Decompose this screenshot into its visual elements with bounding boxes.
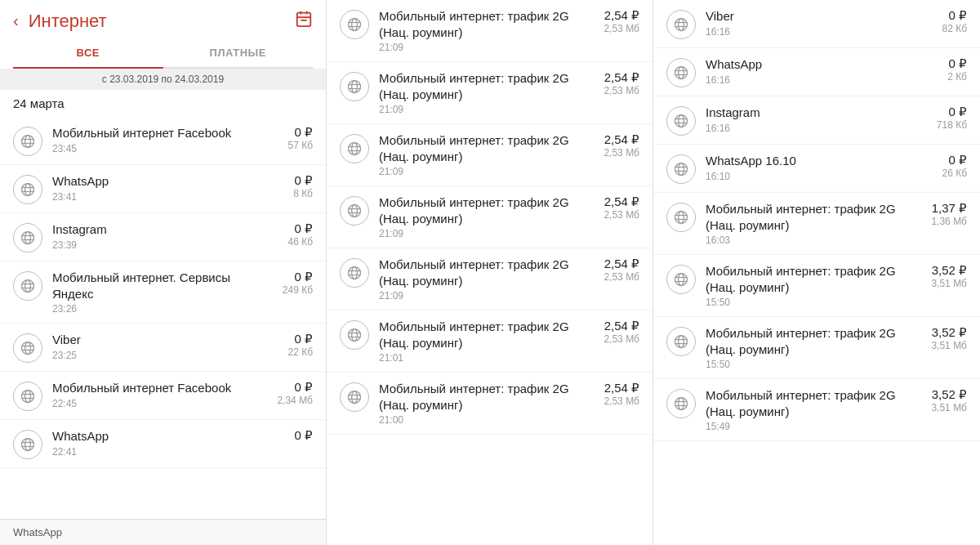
svg-point-10 [25, 184, 31, 196]
svg-point-18 [25, 280, 31, 293]
list-item: Мобильный интернет Facebook22:450 ₽2,34 … [0, 372, 326, 420]
item-info: Мобильный интернет: трафик 2G (Нац. роум… [706, 263, 918, 308]
globe-icon [666, 58, 696, 87]
section-date: 24 марта [0, 90, 326, 117]
price-size: 2,53 Мб [590, 333, 639, 345]
list-item: Instagram16:160 ₽718 Кб [653, 96, 980, 145]
globe-icon [13, 223, 42, 252]
svg-point-89 [675, 398, 688, 410]
item-name: WhatsApp [706, 56, 918, 73]
svg-point-81 [675, 274, 688, 286]
page-title: Интернет [19, 11, 295, 32]
header: ‹ Интернет ВСЕ ПЛАТНЫЕ [0, 0, 326, 69]
item-name: Instagram [706, 105, 918, 121]
item-info: Мобильный интернет: трафик 2G (Нац. роум… [706, 387, 918, 432]
item-time: 22:41 [52, 446, 264, 458]
item-price: 0 ₽46 Кб [264, 221, 313, 248]
item-time: 21:09 [379, 42, 590, 53]
svg-point-53 [349, 329, 361, 342]
item-info: Viber16:16 [706, 8, 918, 38]
price-value: 2,54 ₽ [590, 132, 639, 147]
item-info: Мобильный интернет: трафик 2G (Нац. роум… [379, 319, 590, 364]
item-price: 0 ₽57 Кб [264, 125, 313, 151]
globe-icon [340, 72, 369, 101]
price-size: 3,51 Мб [918, 340, 967, 351]
svg-point-82 [679, 274, 684, 286]
globe-icon [340, 320, 369, 350]
tab-paid[interactable]: ПЛАТНЫЕ [163, 38, 314, 67]
globe-icon [666, 265, 696, 294]
item-name: Мобильный интернет: трафик 2G (Нац. роум… [379, 257, 590, 288]
globe-icon [666, 10, 696, 39]
price-size: 2,53 Мб [590, 147, 639, 159]
item-time: 23:26 [52, 303, 264, 315]
svg-point-86 [679, 336, 684, 348]
globe-icon [666, 203, 696, 232]
item-name: WhatsApp [52, 173, 264, 190]
svg-point-74 [679, 163, 684, 176]
svg-point-50 [352, 267, 358, 279]
item-info: Мобильный интернет: трафик 2G (Нац. роум… [379, 381, 590, 426]
left-panel: ‹ Интернет ВСЕ ПЛАТНЫЕ с 23.03.2019 по 2… [0, 0, 327, 545]
list-item: Мобильный интернет. Сервисы Яндекс23:260… [0, 261, 326, 324]
calendar-icon[interactable] [295, 10, 313, 32]
price-size: 2,53 Мб [590, 23, 639, 34]
price-value: 2,54 ₽ [590, 319, 639, 333]
list-item: Мобильный интернет: трафик 2G (Нац. роум… [327, 248, 653, 310]
item-price: 0 ₽2 Кб [918, 56, 967, 83]
list-item: WhatsApp 16.1016:100 ₽26 Кб [653, 145, 980, 193]
item-info: Мобильный интернет: трафик 2G (Нац. роум… [379, 194, 590, 239]
svg-point-41 [349, 143, 361, 155]
item-time: 15:50 [706, 359, 918, 370]
price-size: 2,53 Мб [590, 209, 639, 221]
list-item: WhatsApp23:410 ₽8 Кб [0, 165, 326, 213]
price-value: 2,54 ₽ [590, 70, 639, 85]
list-item: Мобильный интернет: трафик 2G (Нац. роум… [327, 62, 653, 124]
item-time: 16:16 [706, 74, 918, 86]
globe-icon [340, 134, 369, 163]
svg-point-65 [675, 67, 688, 79]
item-info: Мобильный интернет: трафик 2G (Нац. роум… [379, 132, 590, 177]
globe-icon [340, 382, 369, 412]
price-value: 0 ₽ [264, 270, 313, 284]
date-range-bar: с 23.03.2019 по 24.03.2019 [0, 69, 326, 90]
item-name: Мобильный интернет: трафик 2G (Нац. роум… [706, 325, 918, 357]
item-time: 23:39 [52, 239, 264, 251]
item-info: Мобильный интернет Facebook22:45 [52, 380, 264, 409]
item-time: 21:00 [379, 414, 590, 426]
list-item: Мобильный интернет: трафик 2G (Нац. роум… [653, 317, 980, 379]
item-price: 0 ₽249 Кб [264, 270, 313, 296]
price-size: 57 Кб [264, 140, 313, 151]
item-info: WhatsApp23:41 [52, 173, 264, 203]
svg-point-22 [25, 342, 31, 355]
list-item: Мобильный интернет: трафик 2G (Нац. роум… [327, 0, 653, 62]
svg-point-38 [352, 81, 358, 93]
list-item: Мобильный интернет: трафик 2G (Нац. роум… [327, 124, 653, 186]
price-value: 1,37 ₽ [918, 201, 967, 216]
price-size: 26 Кб [918, 168, 967, 179]
list-item: Мобильный интернет: трафик 2G (Нац. роум… [327, 186, 653, 248]
item-price: 3,52 ₽3,51 Мб [918, 263, 967, 289]
price-size: 2,53 Мб [590, 271, 639, 283]
item-price: 1,37 ₽1,36 Мб [918, 201, 967, 227]
item-time: 16:03 [706, 235, 918, 246]
svg-point-62 [679, 19, 684, 31]
price-size: 2,34 Мб [264, 395, 313, 406]
tab-all[interactable]: ВСЕ [13, 38, 163, 69]
globe-icon [13, 175, 42, 204]
item-name: Мобильный интернет: трафик 2G (Нац. роум… [379, 381, 590, 413]
price-value: 0 ₽ [264, 428, 313, 443]
main-container: ‹ Интернет ВСЕ ПЛАТНЫЕ с 23.03.2019 по 2… [0, 0, 980, 545]
price-size: 8 Кб [264, 188, 313, 199]
item-name: Instagram [52, 221, 264, 238]
back-button[interactable]: ‹ [13, 11, 19, 30]
price-value: 0 ₽ [264, 380, 313, 395]
left-list: Мобильный интернет Facebook23:450 ₽57 Кб… [0, 117, 326, 519]
svg-point-45 [349, 205, 361, 217]
price-value: 0 ₽ [918, 56, 967, 71]
list-item: Мобильный интернет: трафик 2G (Нац. роум… [653, 379, 980, 441]
item-price: 2,54 ₽2,53 Мб [590, 257, 639, 283]
svg-point-66 [679, 67, 684, 79]
price-value: 3,52 ₽ [918, 263, 967, 278]
item-name: Мобильный интернет: трафик 2G (Нац. роум… [706, 263, 918, 295]
